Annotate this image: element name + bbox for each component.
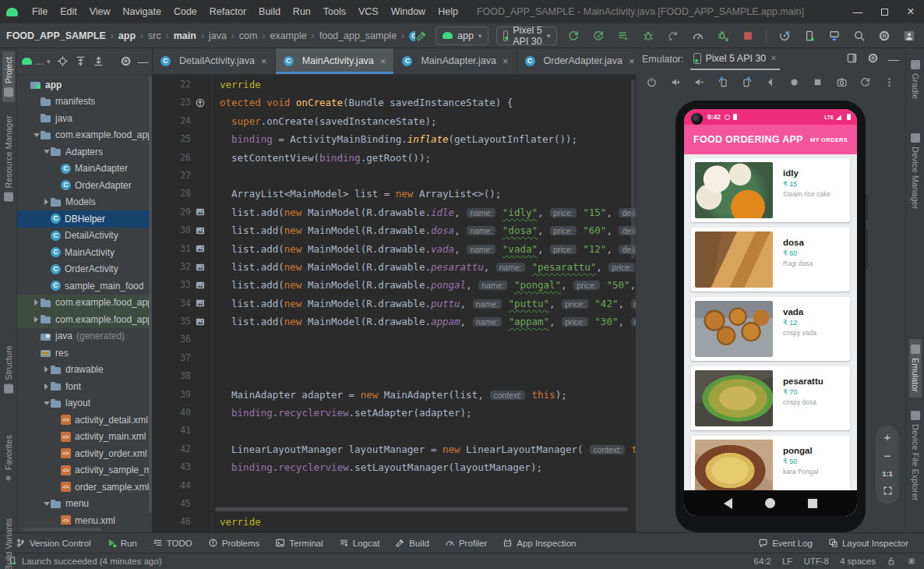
status-64-2[interactable]: 64:2 [754, 557, 771, 566]
line-number[interactable]: 34 [174, 295, 191, 313]
chevron-down-icon[interactable] [42, 401, 51, 405]
zoom-in-button[interactable]: + [884, 432, 891, 443]
menu-vcs[interactable]: VCS [352, 6, 385, 17]
emulator-device-tab[interactable]: Pixel 5 API 30 × [690, 48, 780, 70]
rerun-icon[interactable] [565, 27, 582, 44]
code-line[interactable]: 43 binding.recyclerview.setLayoutManager… [153, 458, 636, 476]
tree-item-activity-order-xml[interactable]: <>activity_order.xml [17, 445, 149, 462]
nav-overview-icon[interactable] [811, 73, 824, 90]
camera-icon[interactable] [835, 73, 848, 90]
gradle-sync-icon[interactable] [776, 27, 793, 44]
menu-navigate[interactable]: Navigate [117, 6, 168, 17]
project-scrollbar-horizontal[interactable] [23, 528, 101, 531]
toolwindow-profiler[interactable]: Profiler [437, 533, 495, 553]
tree-item-com-example-food-app-sample[interactable]: com.example.food_app_sample [17, 295, 149, 312]
stop-icon[interactable] [739, 27, 756, 44]
tree-item-drawable[interactable]: drawable [17, 362, 149, 379]
tree-item-activity-main-xml[interactable]: <>activity_main.xml [17, 429, 149, 446]
tree-item-models[interactable]: Models [17, 194, 149, 211]
device-manager-icon[interactable] [801, 27, 818, 44]
breadcrumb-item-example[interactable]: example [270, 30, 306, 41]
breadcrumb-item-food-app-sample[interactable]: food_app_sample [319, 30, 397, 41]
close-icon[interactable]: × [629, 55, 635, 67]
project-view-switcher[interactable]: …▾ [22, 56, 51, 67]
tab-detailactivity-java[interactable]: CDetailActivity.java× [153, 48, 276, 74]
sidebar-item-gradle[interactable]: Gradle [909, 55, 922, 104]
gutter[interactable]: 40 [153, 404, 212, 422]
toolwindow-terminal[interactable]: Terminal [267, 533, 330, 553]
toolwindow-app-inspection[interactable]: App Inspection [495, 533, 584, 553]
line-number[interactable]: 25 [174, 130, 191, 148]
code-line[interactable]: 39 MainAdapter adapter = new MainAdapter… [153, 386, 636, 404]
gutter[interactable]: 23 [153, 94, 212, 111]
line-number[interactable]: 30 [174, 221, 191, 239]
tree-item-app[interactable]: app [17, 76, 149, 94]
breadcrumb-item-main[interactable]: main [174, 30, 196, 41]
layout-mode-icon[interactable] [846, 52, 858, 66]
code-line[interactable]: 32 list.add(new MainModel(R.drawable.pes… [153, 258, 636, 276]
vol-up-icon[interactable] [668, 73, 682, 90]
menu-code[interactable]: Code [168, 6, 203, 17]
override-gutter-icon[interactable] [194, 97, 206, 109]
tab-orderadapter-java[interactable]: COrderAdapter.java× [517, 48, 636, 74]
vol-down-icon[interactable] [693, 73, 706, 90]
code-line[interactable]: 44 [153, 477, 636, 495]
run-list-icon[interactable] [615, 27, 632, 44]
code-line[interactable]: 36 [153, 330, 636, 348]
code-line[interactable]: 24 super.onCreate(savedInstanceState); [153, 112, 636, 130]
zoom-fit-button[interactable] [883, 486, 893, 498]
gutter[interactable]: 34 [153, 295, 212, 313]
avatar-icon[interactable] [901, 27, 918, 44]
tree-item-mainadapter[interactable]: CMainAdapter [17, 161, 149, 178]
minimize-button[interactable]: — [845, 0, 871, 23]
code-line[interactable]: 29 list.add(new MainModel(R.drawable.idl… [153, 203, 636, 221]
image-gutter-icon[interactable] [194, 279, 206, 292]
code-line[interactable]: 31 list.add(new MainModel(R.drawable.vad… [153, 240, 636, 258]
gutter[interactable]: 25 [153, 130, 212, 148]
code-line[interactable]: 26 setContentView(binding.getRoot()); [153, 149, 636, 167]
line-number[interactable]: 24 [174, 112, 191, 130]
breadcrumb-item-mainactivity[interactable]: CMainActivity [409, 30, 415, 41]
line-number[interactable]: 32 [174, 258, 191, 276]
sidebar-item-favorites[interactable]: ★Favorites [2, 429, 15, 489]
food-list[interactable]: idly₹ 15Steam rice cakedosa₹ 60Ragi dasa… [684, 154, 857, 490]
image-gutter-icon[interactable] [194, 297, 206, 309]
line-number[interactable]: 43 [174, 458, 191, 476]
sidebar-item-build-variants[interactable]: Build Variants [2, 513, 15, 569]
gutter[interactable]: 22 [153, 76, 212, 94]
build-hammer-icon[interactable] [415, 27, 428, 44]
device-dropdown[interactable]: Pixel 5 API 30 ▾ [496, 27, 557, 45]
tree-item-com-example-food-app-sample[interactable]: com.example.food_app_sample [17, 127, 149, 144]
gutter[interactable]: 27 [153, 167, 212, 185]
line-number[interactable]: 28 [174, 185, 191, 203]
code-line[interactable]: 28 ArrayList<MainModel> list = new Array… [153, 185, 636, 203]
lock-open-icon[interactable] [887, 557, 896, 566]
tree-item-detailactivity[interactable]: CDetailActivity [17, 228, 149, 245]
gauge-icon[interactable] [689, 27, 707, 44]
tree-item-res[interactable]: res [17, 345, 149, 362]
code-line[interactable]: 27 [153, 167, 636, 185]
line-number[interactable]: 27 [174, 167, 191, 185]
line-number[interactable]: 42 [174, 440, 191, 458]
gutter[interactable]: 26 [153, 149, 212, 167]
nav-home-button[interactable] [765, 498, 775, 508]
code-line[interactable]: 35 list.add(new MainModel(R.drawable.app… [153, 313, 636, 330]
gutter[interactable]: 44 [153, 477, 212, 495]
gutter[interactable]: 37 [153, 349, 212, 367]
gutter[interactable]: 30 [153, 221, 212, 239]
food-card-pongal[interactable]: pongal₹ 50kara Pongal [691, 436, 850, 490]
editor-scrollbar-horizontal[interactable] [215, 507, 628, 511]
menu-refactor[interactable]: Refactor [203, 6, 252, 17]
chevron-right-icon[interactable] [42, 366, 51, 373]
code-line[interactable]: 25 binding = ActivityMainBinding.inflate… [153, 130, 636, 148]
food-card-idly[interactable]: idly₹ 15Steam rice cake [691, 158, 850, 222]
gutter[interactable]: 29 [153, 203, 212, 221]
status-4-spaces[interactable]: 4 spaces [840, 557, 876, 566]
sidebar-item-resource-manager[interactable]: Resource Manager [2, 110, 15, 207]
gutter[interactable]: 42 [153, 440, 212, 458]
line-number[interactable]: 39 [174, 386, 191, 404]
maximize-button[interactable] [871, 0, 898, 23]
close-icon[interactable]: × [503, 55, 509, 67]
hide-panel-icon[interactable]: — [138, 55, 149, 68]
image-gutter-icon[interactable] [194, 206, 206, 218]
